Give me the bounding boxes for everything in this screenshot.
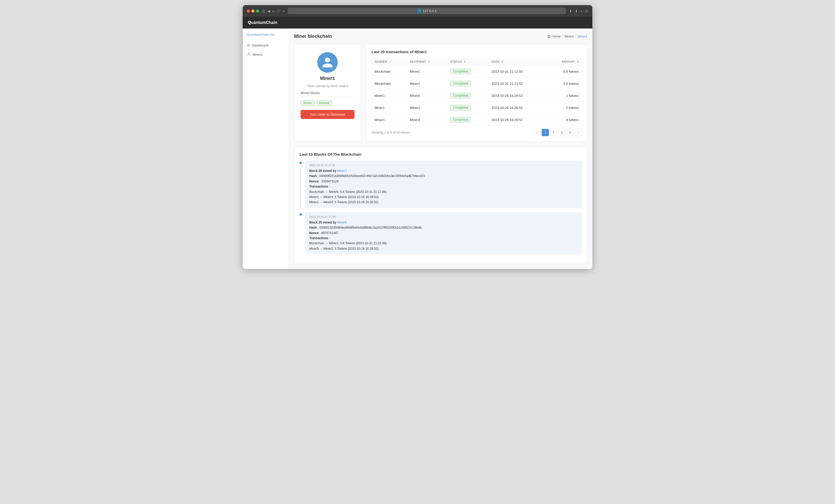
- app-header: QuantumChain: [243, 17, 592, 28]
- close-window-button[interactable]: [247, 9, 250, 13]
- cell-status-3: Completed: [447, 102, 489, 114]
- content-grid: Miner1 Token earned by block reward Mine…: [294, 44, 587, 142]
- sidebar-toggle-icon[interactable]: ⊟: [262, 9, 265, 13]
- page-prev-button[interactable]: ‹: [533, 129, 541, 136]
- download-icon[interactable]: ⬇: [569, 9, 572, 13]
- block-content: 2023-10-31 21:17:21 Block 26 mined by Mi…: [305, 161, 582, 208]
- badge-active: Active: [301, 100, 315, 106]
- block-tx-line: Miner1 → Miner4: 6 Tokens (2023-10-26 16…: [309, 194, 578, 200]
- sidebar-company[interactable]: QuantumChain Inc.: [243, 33, 289, 41]
- page-header: Miner blockchain 🏠 Home / Miners / Miner…: [294, 34, 587, 39]
- sort-date-icon: ⇅: [501, 61, 504, 63]
- sidebar-label-dashboard: Dashboard: [252, 43, 268, 47]
- cell-recipient-2: Miner5: [407, 90, 447, 102]
- cell-amount-2: 1 tokens: [546, 90, 582, 102]
- cell-date-4: 2023-10-26 16:26:52: [488, 114, 546, 126]
- cell-recipient-4: Miner3: [407, 114, 447, 126]
- tabs-icon[interactable]: ⊡: [585, 9, 588, 13]
- app-wrapper: QuantumChain QuantumChain Inc. ⊞ Dashboa…: [243, 17, 592, 269]
- page-2-button[interactable]: 2: [550, 129, 557, 136]
- miner-badges: Active Honest: [301, 100, 332, 106]
- block-tx-line: Blockchain → Miner5: 5.8 Tokens (2023-10…: [309, 189, 578, 194]
- transactions-title: Last 20 transactions of Miner1: [371, 49, 582, 54]
- table-row: Blockchain Miner1 Completed 2023-10-31 2…: [371, 78, 582, 90]
- breadcrumb-miners-link[interactable]: Miners: [565, 35, 574, 38]
- block-nonce-line: Nonce : 6876741447: [309, 230, 578, 235]
- block-entry: 2023-10-31 21:17:21 Block 26 mined by Mi…: [300, 161, 582, 208]
- breadcrumb-home-link[interactable]: Home: [552, 35, 561, 38]
- sidebar-item-miners[interactable]: Miners: [243, 50, 289, 59]
- traffic-lights: [247, 9, 259, 13]
- block-content: 2023-10-31 21:17:05 Block 25 mined by Mi…: [305, 212, 582, 254]
- blocks-title: Last 10 Blocks Of The Blockchain: [300, 152, 582, 156]
- col-amount[interactable]: AMOUNT ⇅: [546, 58, 582, 65]
- cell-status-1: Completed: [447, 78, 489, 90]
- status-badge: Completed: [450, 81, 471, 86]
- block-miner-link[interactable]: Miner1: [337, 169, 347, 173]
- table-footer: Showing 1 to 5 of 20 entries ‹ 1 2 3 4 ›: [371, 129, 582, 136]
- page-1-button[interactable]: 1: [542, 129, 549, 136]
- badge-honest: Honest: [317, 100, 332, 106]
- sort-status-icon: ⇅: [464, 61, 466, 63]
- block-tx-header: Transactions :: [309, 235, 578, 241]
- page-3-button[interactable]: 3: [558, 129, 565, 136]
- dashboard-icon: ⊞: [247, 43, 250, 47]
- cell-amount-3: 2 tokens: [546, 102, 582, 114]
- cell-date-1: 2023-10-31 21:11:52: [488, 78, 546, 90]
- col-recipient[interactable]: RECIPIENT ⇅: [407, 58, 447, 65]
- breadcrumb-home-icon: 🏠: [547, 35, 551, 38]
- miner-subtitle: Token earned by block reward: [307, 84, 348, 88]
- table-row: Miner1 Miner5 Completed 2023-10-26 16:26…: [371, 90, 582, 102]
- turn-dishonest-button[interactable]: Turn miner to Dishonest: [301, 110, 354, 119]
- sort-amount-icon: ⇅: [577, 61, 579, 63]
- status-badge: Completed: [450, 93, 471, 98]
- cell-status-4: Completed: [447, 114, 489, 126]
- miner-card: Miner1 Token earned by block reward Mine…: [294, 44, 361, 142]
- share-icon[interactable]: ⬆: [575, 9, 578, 13]
- browser-chrome: ⊟ ◀ ▶ 🛡 ● 🌐 127.0.0.1 ⬇ ⬆ + ⊡: [243, 5, 592, 17]
- block-timestamp: 2023-10-31 21:17:21: [309, 164, 578, 167]
- back-icon[interactable]: ◀: [267, 9, 270, 13]
- status-badge: Completed: [450, 117, 471, 123]
- main-content: Miner blockchain 🏠 Home / Miners / Miner…: [289, 28, 592, 269]
- miner-stat-label: Mined blocks: [301, 91, 354, 97]
- page-next-button[interactable]: ›: [575, 129, 582, 136]
- maximize-window-button[interactable]: [256, 9, 259, 13]
- sidebar: QuantumChain Inc. ⊞ Dashboard Miners: [243, 28, 289, 269]
- cell-amount-4: 8 tokens: [546, 114, 582, 126]
- browser-toolbar-right: ⬇ ⬆ + ⊡: [569, 9, 588, 13]
- block-dot-col: [300, 161, 302, 208]
- block-hash-line: Hash : 0000013235fdb9ed96d85ef4c8d96b9c1…: [309, 225, 578, 230]
- table-row: Miner1 Miner3 Completed 2023-10-26 16:26…: [371, 114, 582, 126]
- pagination: ‹ 1 2 3 4 ›: [533, 129, 582, 136]
- breadcrumb-sep-1: /: [562, 35, 563, 38]
- col-status[interactable]: STATUS ⇅: [447, 58, 489, 65]
- new-tab-icon[interactable]: +: [581, 9, 583, 13]
- sort-sender-icon: ▲: [389, 61, 391, 63]
- miners-icon: [247, 52, 250, 57]
- block-title-line: Block 25 mined by Miner5: [309, 220, 578, 225]
- cell-recipient-3: Miner1: [407, 102, 447, 114]
- cell-status-2: Completed: [447, 90, 489, 102]
- sidebar-item-dashboard[interactable]: ⊞ Dashboard: [243, 41, 289, 50]
- table-row: Miner1 Miner1 Completed 2023-10-26 16:26…: [371, 102, 582, 114]
- block-hash-line: Hash : 00000ff221a3896b551f5d3eee92c4607…: [309, 173, 578, 178]
- address-bar[interactable]: 🌐 127.0.0.1: [288, 8, 566, 14]
- col-date[interactable]: DATE ⇅: [488, 58, 546, 65]
- block-timestamp: 2023-10-31 21:17:05: [309, 215, 578, 218]
- block-tx-line: Miner5 → Miner2: 5 Tokens (2023-10-26 16…: [309, 246, 578, 251]
- page-4-button[interactable]: 4: [566, 129, 573, 136]
- miner-avatar: [317, 52, 338, 73]
- block-line: [301, 165, 301, 208]
- page-title: Miner blockchain: [294, 34, 332, 39]
- app-title: QuantumChain: [248, 20, 278, 25]
- minimize-window-button[interactable]: [251, 9, 254, 13]
- cell-sender-1: Blockchain: [371, 78, 407, 90]
- forward-icon[interactable]: ▶: [272, 9, 275, 13]
- breadcrumb-sep-2: /: [575, 35, 576, 38]
- svg-point-0: [248, 53, 249, 54]
- cell-recipient-0: Miner1: [407, 65, 447, 78]
- block-miner-link[interactable]: Miner5: [337, 220, 347, 224]
- col-sender[interactable]: SENDER ▲: [371, 58, 407, 65]
- transactions-panel: Last 20 transactions of Miner1 SENDER ▲ …: [366, 44, 587, 142]
